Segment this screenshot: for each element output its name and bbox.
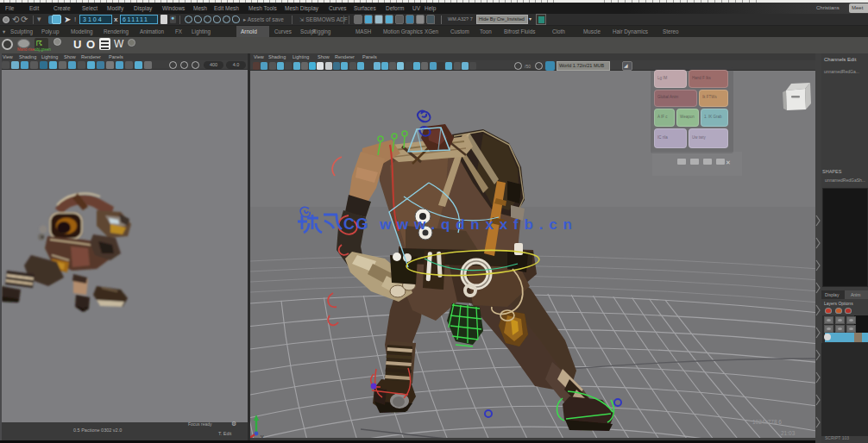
svg-text:1024x778 6: 1024x778 6 — [752, 419, 782, 425]
svg-text:21:03: 21:03 — [781, 430, 796, 436]
svg-text:CG: CG — [343, 215, 369, 233]
svg-text:www.qdnxxfb.cn: www.qdnxxfb.cn — [379, 216, 578, 233]
